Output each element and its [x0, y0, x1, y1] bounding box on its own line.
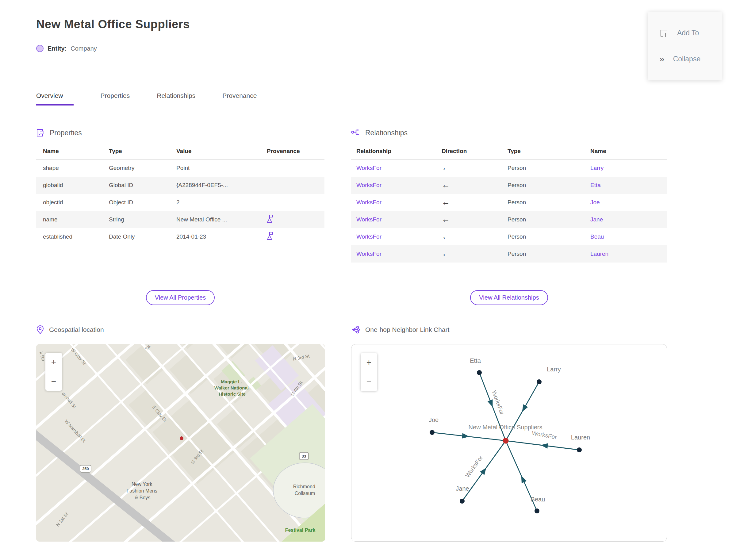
- entity-location-marker: [180, 437, 183, 440]
- relationship-link[interactable]: WorksFor: [356, 216, 381, 223]
- entity-name-link[interactable]: Jane: [590, 216, 603, 223]
- tab-properties[interactable]: Properties: [101, 92, 130, 105]
- edge-label: WorksFor: [491, 390, 505, 416]
- node-label-lauren: Lauren: [571, 434, 590, 441]
- node-label-etta: Etta: [470, 357, 481, 364]
- map-canvas[interactable]: k Rd W Clay St Sa N 3rd St N 4th St arsh…: [36, 344, 325, 542]
- map-zoom-out-button[interactable]: −: [45, 372, 62, 391]
- col-name: Name: [585, 144, 667, 159]
- tab-relationships[interactable]: Relationships: [157, 92, 195, 105]
- prop-name: established: [36, 228, 102, 245]
- center-node-label: New Metal Office Suppliers: [469, 424, 542, 431]
- relationship-link[interactable]: WorksFor: [356, 165, 381, 171]
- properties-section-title: Properties: [50, 129, 82, 137]
- graph-node-jane[interactable]: [460, 499, 465, 504]
- col-type: Type: [102, 144, 170, 159]
- geospatial-section-title: Geospatial location: [49, 326, 104, 333]
- table-row: objectid Object ID 2: [36, 194, 324, 211]
- graph-node-beau[interactable]: [535, 508, 539, 513]
- prop-name: objectid: [36, 194, 102, 211]
- graph-node-etta[interactable]: [477, 370, 482, 375]
- entity-name-link[interactable]: Joe: [590, 199, 600, 205]
- entity-type-icon: [36, 45, 44, 52]
- link-chart-canvas[interactable]: WorksForWorksForWorksForNew Metal Office…: [351, 344, 667, 541]
- relationship-link[interactable]: WorksFor: [356, 199, 381, 205]
- properties-header-row: Name Type Value Provenance: [36, 144, 324, 159]
- prop-type: Global ID: [102, 177, 170, 194]
- linkchart-section-header: One-hop Neighbor Link Chart: [351, 325, 449, 334]
- prop-name: globalid: [36, 177, 102, 194]
- prop-provenance: [260, 228, 324, 245]
- graph-node-center[interactable]: [503, 438, 509, 444]
- route-shield-33: 33: [299, 452, 309, 460]
- svg-text:33: 33: [302, 454, 306, 458]
- node-label-jane: Jane: [456, 485, 469, 492]
- tab-provenance[interactable]: Provenance: [222, 92, 257, 105]
- chart-zoom-control: + −: [361, 353, 377, 391]
- table-row: WorksFor ← Person Beau: [351, 228, 667, 245]
- map-zoom-in-button[interactable]: +: [45, 353, 62, 372]
- relationships-icon: [351, 128, 360, 137]
- rel-type: Person: [502, 177, 585, 194]
- chart-zoom-out-button[interactable]: −: [361, 372, 377, 391]
- entity-name-link[interactable]: Larry: [590, 165, 604, 171]
- table-row: name String New Metal Office ...: [36, 211, 324, 228]
- entity-name-link[interactable]: Lauren: [590, 251, 608, 257]
- relationship-link[interactable]: WorksFor: [356, 182, 381, 188]
- edge-arrow-icon: [462, 433, 469, 439]
- edge-arrow-icon: [541, 443, 548, 449]
- prop-provenance: [260, 194, 324, 211]
- prop-type: Geometry: [102, 159, 170, 177]
- direction-arrow: ←: [442, 180, 450, 190]
- entity-type-value: Company: [71, 45, 97, 52]
- chart-zoom-in-button[interactable]: +: [361, 353, 377, 372]
- map-pin-icon: [36, 325, 44, 334]
- col-name: Name: [36, 144, 102, 159]
- direction-arrow: ←: [442, 163, 450, 172]
- direction-arrow: ←: [442, 198, 450, 207]
- actions-panel: Add To » Collapse: [648, 12, 722, 80]
- col-type: Type: [502, 144, 585, 159]
- prop-type: String: [102, 211, 170, 228]
- edge-label: WorksFor: [531, 430, 558, 440]
- table-row: WorksFor ← Person Lauren: [351, 245, 667, 263]
- relationship-link[interactable]: WorksFor: [356, 233, 381, 240]
- prop-provenance: [260, 177, 324, 194]
- entity-name-link[interactable]: Beau: [590, 233, 604, 240]
- tab-bar: Overview Properties Relationships Proven…: [36, 92, 257, 105]
- relationships-section-header: Relationships: [351, 128, 408, 137]
- add-to-button[interactable]: Add To: [659, 29, 722, 38]
- view-all-properties-button[interactable]: View All Properties: [146, 290, 215, 305]
- geospatial-map[interactable]: k Rd W Clay St Sa N 3rd St N 4th St arsh…: [36, 344, 325, 542]
- table-row: WorksFor ← Person Etta: [351, 177, 667, 194]
- edge-arrow-icon: [480, 468, 486, 475]
- add-to-icon: [659, 29, 669, 38]
- col-relationship: Relationship: [351, 144, 436, 159]
- provenance-flag-icon[interactable]: [267, 214, 274, 223]
- rel-type: Person: [502, 159, 585, 177]
- entity-name-link[interactable]: Etta: [590, 182, 601, 188]
- col-value: Value: [170, 144, 260, 159]
- graph-node-lauren[interactable]: [577, 447, 582, 452]
- prop-name: name: [36, 211, 102, 228]
- map-zoom-control: + −: [45, 353, 62, 391]
- relationships-section-title: Relationships: [365, 129, 408, 137]
- one-hop-link-chart[interactable]: WorksForWorksForWorksForNew Metal Office…: [351, 344, 667, 542]
- node-label-joe: Joe: [429, 416, 439, 423]
- rel-type: Person: [502, 194, 585, 211]
- properties-icon: [36, 128, 45, 137]
- prop-value: Point: [170, 159, 260, 177]
- col-direction: Direction: [436, 144, 502, 159]
- graph-node-joe[interactable]: [430, 430, 435, 435]
- graph-node-larry[interactable]: [537, 379, 542, 384]
- prop-type: Date Only: [102, 228, 170, 245]
- view-all-relationships-button[interactable]: View All Relationships: [470, 290, 548, 305]
- add-to-label: Add To: [677, 29, 699, 37]
- tab-overview[interactable]: Overview: [36, 92, 74, 105]
- collapse-button[interactable]: » Collapse: [659, 54, 722, 63]
- provenance-flag-icon[interactable]: [267, 231, 274, 240]
- relationship-link[interactable]: WorksFor: [356, 251, 381, 257]
- prop-provenance: [260, 211, 324, 228]
- table-row: WorksFor ← Person Joe: [351, 194, 667, 211]
- svg-text:250: 250: [82, 466, 89, 471]
